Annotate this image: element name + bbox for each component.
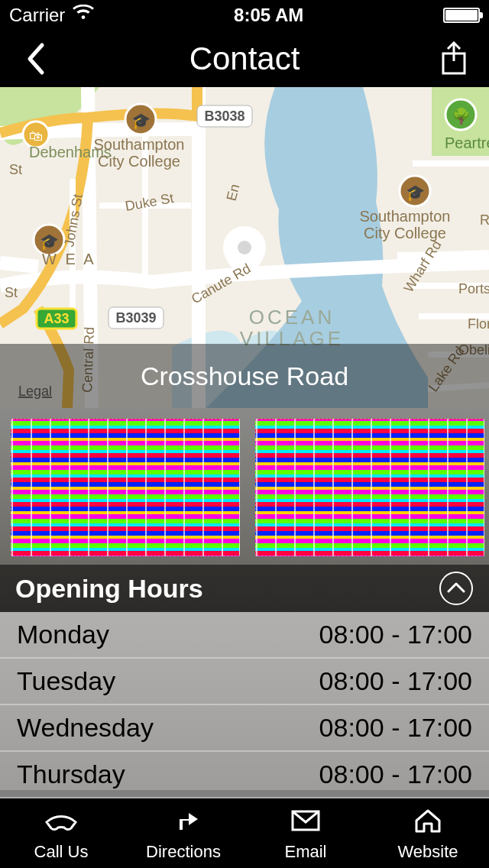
svg-text:B3038: B3038 bbox=[204, 108, 244, 124]
directions-icon bbox=[166, 807, 201, 839]
svg-text:🎓: 🎓 bbox=[406, 183, 425, 202]
hours-day: Tuesday bbox=[17, 666, 115, 696]
gallery-thumb[interactable] bbox=[255, 419, 484, 556]
tab-email[interactable]: Email bbox=[244, 790, 367, 868]
tab-label: Directions bbox=[146, 842, 221, 862]
back-button[interactable] bbox=[12, 36, 58, 82]
tab-directions[interactable]: Directions bbox=[122, 790, 244, 868]
hours-day: Wednesday bbox=[17, 713, 154, 743]
opening-hours-list: Monday 08:00 - 17:00 Tuesday 08:00 - 17:… bbox=[0, 612, 489, 798]
tab-label: Email bbox=[284, 842, 326, 862]
status-bar: Carrier 8:05 AM bbox=[0, 0, 489, 31]
svg-point-20 bbox=[238, 241, 251, 254]
hours-row: Tuesday 08:00 - 17:00 bbox=[0, 659, 489, 705]
svg-text:A33: A33 bbox=[44, 311, 69, 326]
svg-text:St: St bbox=[9, 162, 22, 177]
map[interactable]: B3038 B3039 A33 🎓 🎓 🎓 🛍 🌳 Debenhams bbox=[0, 87, 489, 408]
battery-icon bbox=[443, 8, 480, 23]
tab-label: Website bbox=[397, 842, 458, 862]
opening-hours-header[interactable]: Opening Hours bbox=[0, 565, 489, 612]
wifi-icon bbox=[73, 5, 94, 26]
hours-row: Wednesday 08:00 - 17:00 bbox=[0, 705, 489, 752]
hours-time: 08:00 - 17:00 bbox=[319, 713, 472, 743]
hours-row: Thursday 08:00 - 17:00 bbox=[0, 752, 489, 798]
tab-bar: Call Us Directions Email Website bbox=[0, 790, 489, 868]
svg-text:St: St bbox=[5, 285, 18, 300]
tab-call-us[interactable]: Call Us bbox=[0, 790, 122, 868]
svg-text:SouthamptonCity College: SouthamptonCity College bbox=[94, 136, 185, 170]
svg-text:Peartree Gre: Peartree Gre bbox=[445, 134, 489, 151]
page-title: Contact bbox=[189, 40, 300, 77]
svg-text:SouthamptonCity College: SouthamptonCity College bbox=[360, 208, 451, 241]
hours-time: 08:00 - 17:00 bbox=[319, 666, 472, 696]
svg-text:Portsm: Portsm bbox=[458, 281, 489, 296]
carrier-label: Carrier bbox=[9, 5, 65, 26]
chevron-up-icon[interactable] bbox=[439, 571, 474, 606]
hours-day: Thursday bbox=[17, 760, 125, 789]
clock: 8:05 AM bbox=[234, 5, 303, 26]
tab-label: Call Us bbox=[34, 842, 89, 862]
svg-text:🌳: 🌳 bbox=[452, 107, 471, 125]
svg-text:R: R bbox=[480, 212, 489, 228]
map-address-label: Crosshouse Road bbox=[0, 344, 489, 408]
svg-text:🛍: 🛍 bbox=[29, 128, 43, 144]
hours-day: Monday bbox=[17, 620, 109, 649]
svg-text:B3039: B3039 bbox=[115, 310, 156, 326]
tab-website[interactable]: Website bbox=[367, 790, 489, 868]
svg-point-41 bbox=[440, 572, 472, 604]
content-area: Opening Hours Monday 08:00 - 17:00 Tuesd… bbox=[0, 408, 489, 790]
svg-text:🎓: 🎓 bbox=[40, 232, 59, 251]
hours-row: Monday 08:00 - 17:00 bbox=[0, 612, 489, 659]
photo-gallery[interactable] bbox=[0, 408, 489, 565]
svg-text:W E A: W E A bbox=[42, 251, 96, 267]
hours-time: 08:00 - 17:00 bbox=[319, 620, 472, 649]
email-icon bbox=[288, 807, 323, 839]
svg-text:Flore: Flore bbox=[468, 316, 489, 332]
opening-hours-title: Opening Hours bbox=[15, 574, 203, 604]
share-button[interactable] bbox=[431, 36, 477, 82]
home-icon bbox=[410, 807, 445, 839]
hours-time: 08:00 - 17:00 bbox=[319, 760, 472, 789]
svg-text:🎓: 🎓 bbox=[131, 112, 151, 130]
gallery-thumb[interactable] bbox=[11, 419, 240, 556]
phone-icon bbox=[44, 807, 79, 839]
navigation-bar: Contact bbox=[0, 31, 489, 87]
